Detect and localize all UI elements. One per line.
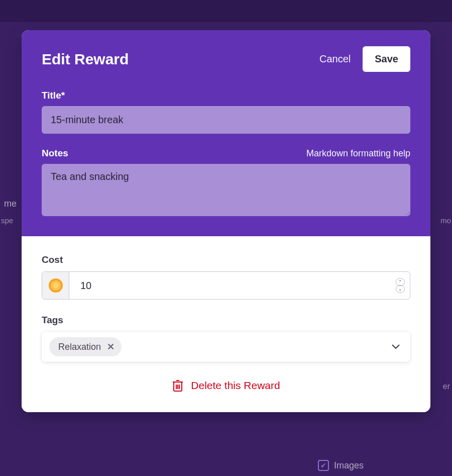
chevron-up-icon: ⌃ [398, 280, 402, 284]
tag-chip-label: Relaxation [58, 342, 101, 352]
cost-input-row: ⌃ ⌄ [42, 271, 410, 300]
notes-label: Notes [42, 148, 68, 159]
modal-upper-section: Edit Reward Cancel Save Title* Notes Mar… [22, 30, 430, 236]
tags-chip-list: Relaxation ✕ [49, 337, 122, 356]
notes-field-block: Notes Markdown formatting help [42, 148, 410, 218]
cost-step-down-button[interactable]: ⌄ [396, 285, 405, 293]
notes-label-row: Notes Markdown formatting help [42, 148, 410, 159]
modal-header-actions: Cancel Save [319, 46, 410, 72]
cost-input[interactable] [69, 272, 395, 299]
tags-field-block: Tags Relaxation ✕ [42, 315, 410, 362]
markdown-help-link[interactable]: Markdown formatting help [306, 148, 410, 159]
bg-hint-text: er [443, 382, 450, 391]
save-button[interactable]: Save [363, 46, 410, 72]
bg-hint-text: spe [1, 216, 13, 225]
bg-checkbox-label: Images [334, 460, 364, 471]
caret-down-icon [392, 344, 400, 349]
tags-dropdown-toggle[interactable] [389, 339, 403, 354]
tags-label: Tags [42, 315, 410, 326]
cost-stepper: ⌃ ⌄ [395, 272, 410, 299]
checkbox-checked-icon: ✔ [318, 460, 329, 471]
close-icon: ✕ [107, 342, 115, 352]
delete-reward-button[interactable]: Delete this Reward [191, 379, 280, 392]
modal-header: Edit Reward Cancel Save [42, 46, 410, 72]
cancel-button[interactable]: Cancel [319, 53, 351, 65]
bg-hint-text: me [4, 199, 17, 209]
coin-prefix-box [42, 272, 69, 299]
cost-field-block: Cost ⌃ ⌄ [42, 254, 410, 300]
modal-title: Edit Reward [42, 51, 129, 68]
title-input[interactable] [42, 106, 410, 134]
delete-row: Delete this Reward [42, 379, 410, 392]
title-label: Title* [42, 90, 410, 101]
tag-chip: Relaxation ✕ [49, 337, 122, 356]
bg-checkbox-images[interactable]: ✔ Images [318, 460, 364, 471]
trash-icon [172, 379, 184, 392]
coin-icon [48, 278, 63, 293]
tag-remove-button[interactable]: ✕ [106, 341, 116, 352]
title-field-block: Title* [42, 90, 410, 134]
notes-textarea[interactable] [42, 164, 410, 216]
cost-step-up-button[interactable]: ⌃ [396, 278, 405, 285]
tags-select[interactable]: Relaxation ✕ [42, 332, 410, 362]
bg-hint-text: mo [440, 216, 451, 225]
edit-reward-modal: Edit Reward Cancel Save Title* Notes Mar… [22, 30, 430, 412]
chevron-down-icon: ⌄ [398, 287, 402, 292]
modal-lower-section: Cost ⌃ ⌄ [22, 236, 430, 412]
cost-label: Cost [42, 254, 410, 265]
